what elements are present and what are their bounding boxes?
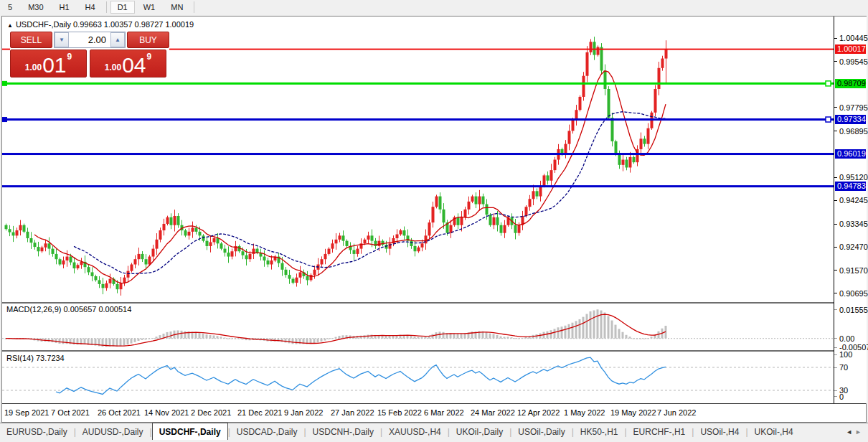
date-tick-label: 21 Dec 2021 xyxy=(237,408,282,417)
price-axis[interactable]: 1.004450.995450.977950.968950.951200.942… xyxy=(834,17,867,403)
toolbar-separator xyxy=(194,1,194,13)
axis-tick xyxy=(834,131,837,131)
panel-divider[interactable] xyxy=(2,302,866,304)
timeframe-button-h1[interactable]: H1 xyxy=(52,1,77,14)
chart-tabs: EURUSD-,Daily|AUDUSD-,Daily|USDCHF-,Dail… xyxy=(0,423,868,442)
axis-tick xyxy=(834,390,837,391)
line-handle[interactable] xyxy=(826,81,831,86)
line-handle[interactable] xyxy=(2,81,7,86)
tab-audusd-daily[interactable]: AUDUSD-,Daily xyxy=(76,423,150,440)
chart-window: ▲USDCHF-,Daily 0.99663 1.00357 0.98727 1… xyxy=(1,16,867,423)
tab-usoil-daily[interactable]: USOil-,Daily xyxy=(511,423,571,440)
axis-tick xyxy=(834,354,837,355)
price-tick-label: 0.90695 xyxy=(839,289,868,298)
level-line[interactable] xyxy=(2,185,834,187)
rsi-tick-label: 70 xyxy=(839,363,848,372)
price-badge: 0.94783 xyxy=(835,182,866,191)
price-badge: 1.00017 xyxy=(835,44,866,54)
price-badge: 0.97334 xyxy=(835,115,866,124)
axis-tick xyxy=(834,200,837,201)
tab-scroll-left-icon[interactable]: ◄ xyxy=(846,428,855,436)
price-tick-label: 0.94245 xyxy=(839,196,868,204)
bid-price-whole: 1.00 xyxy=(25,62,42,72)
price-tick-label: 0.96895 xyxy=(839,127,868,136)
line-handle[interactable] xyxy=(2,117,7,122)
bid-price-pipette: 9 xyxy=(67,52,72,62)
volume-stepper: ▼ ▲ xyxy=(54,32,126,48)
date-axis[interactable]: 19 Sep 20217 Oct 202126 Oct 202114 Nov 2… xyxy=(2,404,834,422)
timeframe-button-mn[interactable]: MN xyxy=(164,1,190,14)
timeframe-button-m30[interactable]: M30 xyxy=(21,1,50,14)
price-tick-label: 0.97795 xyxy=(839,103,868,112)
collapse-arrow-icon[interactable]: ▲ xyxy=(7,22,13,29)
price-tick-label: 1.00445 xyxy=(839,34,868,42)
date-tick-label: 14 Nov 2021 xyxy=(144,408,189,417)
volume-input[interactable] xyxy=(69,32,110,47)
rsi-label: RSI(14) 73.7234 xyxy=(6,354,65,362)
tab-ukoil-h4[interactable]: UKOil-,H4 xyxy=(748,423,800,440)
timeframe-button-w1[interactable]: W1 xyxy=(136,1,163,14)
chart-title: ▲USDCHF-,Daily 0.99663 1.00357 0.98727 1… xyxy=(7,20,194,29)
sell-button[interactable]: SELL xyxy=(10,32,52,48)
axis-tick xyxy=(834,347,837,348)
macd-label: MACD(12,26,9) 0.005657 0.000514 xyxy=(6,305,131,314)
tab-hk50-h1[interactable]: HK50-,H1 xyxy=(574,423,625,440)
date-tick-label: 7 Jun 2022 xyxy=(657,408,696,417)
one-click-trading-panel: SELL ▼ ▲ BUY 1.00 01 9 1.00 04 9 xyxy=(10,32,169,79)
tab-usdcad-daily[interactable]: USDCAD-,Daily xyxy=(230,423,304,440)
level-line[interactable] xyxy=(2,83,834,85)
axis-tick xyxy=(834,367,837,368)
panel-divider[interactable] xyxy=(2,350,866,352)
macd-tick-label: 0.01555 xyxy=(839,306,868,314)
chart-symbol-label: USDCHF-,Daily xyxy=(16,20,71,29)
level-line[interactable] xyxy=(2,153,834,155)
date-tick-label: 1 May 2022 xyxy=(564,408,605,417)
bid-price-pips: 01 xyxy=(42,56,66,75)
axis-tick xyxy=(834,293,837,293)
tab-scroll-right-icon[interactable]: ► xyxy=(855,428,864,436)
level-line[interactable] xyxy=(2,118,834,121)
price-tick-label: 0.92470 xyxy=(839,243,868,251)
tab-eurusd-daily[interactable]: EURUSD-,Daily xyxy=(0,423,74,440)
volume-decrease-icon[interactable]: ▼ xyxy=(55,32,69,47)
date-tick-label: 15 Feb 2022 xyxy=(377,408,422,417)
ask-price-pipette: 9 xyxy=(147,52,152,62)
chart-ohlc-values: 0.99663 1.00357 0.98727 1.00019 xyxy=(73,20,194,29)
timeframe-button-5[interactable]: 5 xyxy=(1,1,19,14)
price-tick-label: 0.99545 xyxy=(839,57,868,66)
price-tick-label: 0.95120 xyxy=(839,173,868,182)
ask-price-whole: 1.00 xyxy=(105,62,121,72)
ask-price-pips: 04 xyxy=(122,56,146,75)
timeframe-button-h4[interactable]: H4 xyxy=(78,1,103,14)
tab-usoil-h4[interactable]: USOil-,H4 xyxy=(694,423,745,440)
axis-tick xyxy=(834,396,837,397)
buy-button[interactable]: BUY xyxy=(127,32,169,48)
date-tick-label: 12 Apr 2022 xyxy=(517,408,560,417)
toolbar-separator xyxy=(106,1,107,13)
axis-tick xyxy=(834,38,837,39)
tab-usdcnh-daily[interactable]: USDCNH-,Daily xyxy=(306,423,380,440)
axis-tick xyxy=(834,338,837,339)
date-tick-label: 6 Mar 2022 xyxy=(424,408,464,417)
line-handle[interactable] xyxy=(826,117,831,122)
date-tick-label: 19 Sep 2021 xyxy=(4,408,49,417)
volume-increase-icon[interactable]: ▲ xyxy=(110,32,125,47)
tab-usdchf-daily[interactable]: USDCHF-,Daily xyxy=(152,423,228,440)
macd-histogram xyxy=(5,309,667,347)
bid-price-display[interactable]: 1.00 01 9 xyxy=(10,50,87,77)
timeframe-toolbar: 5M30H1H4D1W1MN xyxy=(0,0,868,14)
date-tick-label: 2 Dec 2021 xyxy=(191,408,231,417)
date-tick-label: 7 Oct 2021 xyxy=(51,408,90,417)
macd-tick-label: 0.00 xyxy=(839,334,854,343)
price-badge: 0.96019 xyxy=(835,149,866,159)
tab-eurchf-h1[interactable]: EURCHF-,H1 xyxy=(627,423,692,440)
price-badge: 0.98709 xyxy=(835,79,866,88)
date-tick-label: 27 Jan 2022 xyxy=(331,408,374,417)
ask-price-display[interactable]: 1.00 04 9 xyxy=(90,50,166,77)
rsi-tick-label: 100 xyxy=(839,350,852,359)
timeframe-button-d1[interactable]: D1 xyxy=(110,1,135,14)
tab-ukoil-daily[interactable]: UKOil-,Daily xyxy=(450,423,509,440)
price-tick-label: 0.93345 xyxy=(839,220,868,228)
tab-xauusd-h4[interactable]: XAUUSD-,H4 xyxy=(382,423,448,440)
rsi-tick-label: 0 xyxy=(839,392,844,401)
